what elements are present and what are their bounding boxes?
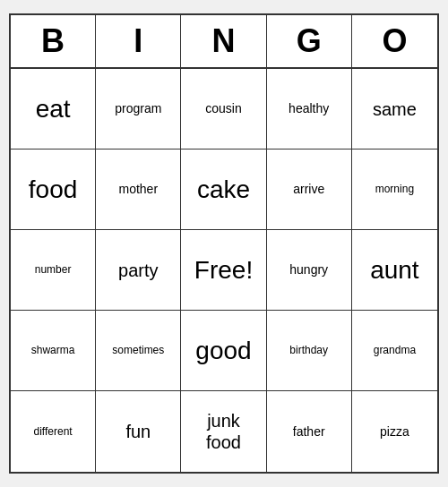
bingo-cell: sometimes <box>96 311 181 391</box>
cell-text: pizza <box>380 424 409 440</box>
cell-text: grandma <box>374 344 416 356</box>
cell-text: Free! <box>194 255 253 286</box>
cell-text: aunt <box>370 255 419 286</box>
header-letter: N <box>181 15 266 67</box>
bingo-cell: arrive <box>267 150 352 230</box>
bingo-cell: junk food <box>181 391 266 472</box>
cell-text: food <box>29 175 78 205</box>
bingo-cell: birthday <box>267 311 352 391</box>
bingo-cell: mother <box>96 150 181 230</box>
bingo-cell: morning <box>352 150 437 230</box>
bingo-cell: hungry <box>267 230 352 311</box>
header-letter: O <box>352 15 437 67</box>
bingo-cell: grandma <box>352 311 437 391</box>
bingo-cell: party <box>96 230 181 311</box>
cell-text: party <box>118 260 158 281</box>
cell-text: sometimes <box>112 344 164 356</box>
cell-text: fun <box>125 421 151 442</box>
cell-text: program <box>115 101 161 116</box>
cell-text: cousin <box>205 101 241 116</box>
bingo-cell: cake <box>181 150 266 230</box>
bingo-cell: different <box>11 391 96 472</box>
cell-text: arrive <box>293 182 324 197</box>
cell-text: morning <box>375 183 414 195</box>
cell-text: eat <box>36 94 71 124</box>
bingo-cell: good <box>181 311 266 391</box>
cell-text: different <box>34 425 73 438</box>
bingo-cell: aunt <box>352 230 437 311</box>
cell-text: cake <box>197 175 250 205</box>
bingo-grid: eatprogramcousinhealthysamefoodmothercak… <box>11 69 437 472</box>
cell-text: mother <box>119 182 159 197</box>
cell-text: father <box>293 424 325 440</box>
bingo-card: BINGO eatprogramcousinhealthysamefoodmot… <box>9 13 439 474</box>
header-letter: B <box>11 15 96 67</box>
cell-text: number <box>35 263 72 276</box>
bingo-cell: number <box>11 230 96 311</box>
cell-text: same <box>373 98 417 120</box>
cell-text: good <box>195 336 251 366</box>
bingo-header: BINGO <box>11 15 437 69</box>
cell-text: healthy <box>289 101 329 116</box>
cell-text: hungry <box>289 262 328 278</box>
bingo-cell: cousin <box>181 69 266 150</box>
bingo-cell: father <box>267 391 352 472</box>
cell-text: shwarma <box>31 344 75 356</box>
cell-text: birthday <box>289 344 328 356</box>
bingo-cell: shwarma <box>11 311 96 391</box>
bingo-cell: fun <box>96 391 181 472</box>
header-letter: I <box>96 15 181 67</box>
bingo-cell: healthy <box>267 69 352 150</box>
cell-text: junk food <box>206 410 241 453</box>
bingo-cell: eat <box>11 69 96 150</box>
header-letter: G <box>267 15 352 67</box>
bingo-cell: Free! <box>181 230 266 311</box>
bingo-cell: food <box>11 150 96 230</box>
bingo-cell: pizza <box>352 391 437 472</box>
bingo-cell: same <box>352 69 437 150</box>
bingo-cell: program <box>96 69 181 150</box>
